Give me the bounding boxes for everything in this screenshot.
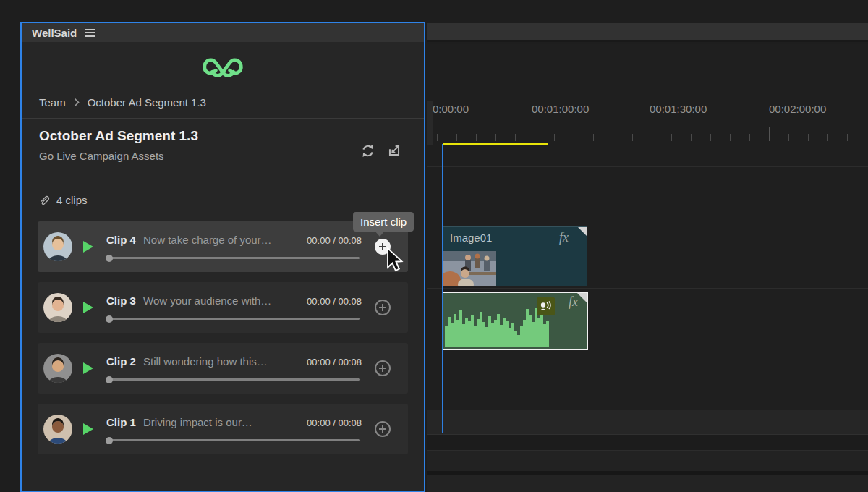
play-icon[interactable]	[83, 362, 93, 374]
timeline-track-row	[427, 435, 868, 451]
avatar	[43, 415, 72, 444]
ruler-tick	[437, 134, 438, 141]
timeline-track-row	[427, 145, 868, 167]
ruler-tick	[593, 134, 594, 141]
project-subtitle: Go Live Campaign Assets	[39, 150, 164, 162]
ruler-label: 00:02:00:00	[769, 103, 826, 115]
fold-corner	[578, 227, 587, 237]
clip-name: Clip 1	[106, 416, 136, 428]
ruler-tick	[730, 134, 731, 141]
clip-row[interactable]: Clip 1 Driving impact is our… 00:00 / 00…	[38, 404, 408, 454]
fold-corner	[577, 293, 587, 302]
progress-handle[interactable]	[106, 315, 113, 323]
progress-handle[interactable]	[106, 376, 113, 383]
chevron-right-icon	[74, 98, 80, 107]
progress-handle[interactable]	[106, 255, 113, 262]
clips-count-row: 4 clips	[39, 194, 88, 206]
clip-snippet: Now take charge of your…	[143, 234, 272, 246]
ruler-tick	[495, 134, 496, 141]
play-icon[interactable]	[83, 302, 93, 313]
speech-icon	[540, 301, 552, 312]
time-ruler-labels: 0:00:0000:01:00:0000:01:30:0000:02:00:00	[427, 103, 868, 117]
ruler-tick	[554, 134, 555, 141]
ruler-tick	[769, 127, 770, 141]
clip-time: 00:00 / 00:08	[307, 357, 362, 368]
breadcrumb: Team October Ad Segment 1.3	[39, 96, 206, 109]
project-title: October Ad Segment 1.3	[39, 128, 198, 144]
clip-name: Clip 4	[106, 234, 136, 246]
wellsaid-logo	[22, 55, 424, 79]
ruler-tick	[710, 134, 711, 141]
breadcrumb-current: October Ad Segment 1.3	[88, 96, 206, 109]
insert-clip-button[interactable]	[375, 360, 391, 376]
progress-slider[interactable]	[106, 378, 360, 381]
speech-badge	[537, 297, 555, 315]
panel-tab[interactable]: WellSaid	[22, 23, 424, 42]
waveform-bar	[546, 321, 549, 347]
progress-slider[interactable]	[106, 439, 360, 441]
ruler-tick	[535, 127, 535, 141]
progress-slider[interactable]	[106, 318, 360, 320]
insert-clip-button[interactable]	[375, 421, 391, 437]
clip-snippet: Wow your audience with…	[143, 294, 271, 307]
avatar	[43, 232, 72, 261]
ruler-tick	[574, 134, 574, 141]
clip-name: Clip 3	[106, 294, 136, 307]
ruler-tick	[827, 134, 828, 141]
breadcrumb-team[interactable]: Team	[39, 96, 66, 109]
clip-time: 00:00 / 00:08	[307, 417, 362, 428]
timeline-track-row	[427, 410, 868, 435]
video-clip-thumbnail	[443, 251, 496, 286]
timeline-audio-clip[interactable]: fx	[442, 292, 588, 350]
ruler-label: 0:00:00	[433, 103, 469, 115]
playhead[interactable]	[442, 144, 443, 433]
clip-time: 00:00 / 00:08	[307, 296, 362, 307]
panel-title: WellSaid	[32, 27, 77, 39]
refresh-button[interactable]	[359, 142, 376, 159]
clip-list: Clip 4 Now take charge of your… 00:00 / …	[38, 221, 408, 465]
host-top-bar	[427, 23, 868, 42]
ruler-label: 00:01:00:00	[532, 103, 589, 115]
ruler-tick	[632, 134, 633, 141]
timeline-track-row	[427, 451, 868, 471]
wellsaid-panel: WellSaid Team October Ad Segment 1.3 Oct…	[20, 22, 425, 492]
ruler-tick	[652, 127, 652, 141]
ruler-tick	[456, 134, 457, 141]
clips-count-label: 4 clips	[56, 194, 88, 206]
ruler-tick	[847, 134, 848, 141]
video-clip-label: Image01	[450, 232, 492, 244]
clip-row[interactable]: Clip 2 Still wondering how this… 00:00 /…	[38, 343, 408, 394]
clip-snippet: Driving impact is our…	[143, 416, 252, 428]
work-area-bar	[443, 143, 548, 145]
clip-snippet: Still wondering how this…	[143, 355, 268, 368]
ruler-tick	[613, 134, 613, 141]
progress-handle[interactable]	[106, 437, 113, 444]
ruler-tick	[788, 134, 789, 141]
ruler-tick	[749, 134, 750, 141]
hamburger-menu-icon[interactable]	[85, 29, 95, 37]
timeline-panel: 0:00:0000:01:00:0000:01:30:0000:02:00:00…	[427, 44, 868, 492]
timeline-video-clip[interactable]: Image01 fx	[443, 226, 587, 286]
time-ruler[interactable]	[427, 122, 868, 142]
open-external-icon	[386, 143, 402, 158]
timeline-track-row	[427, 475, 868, 492]
screen: 0:00:0000:01:00:0000:01:30:0000:02:00:00…	[0, 0, 868, 492]
ruler-tick	[671, 134, 672, 141]
insert-clip-button[interactable]	[375, 300, 391, 315]
paperclip-icon	[39, 195, 51, 206]
refresh-icon	[360, 143, 375, 158]
clip-row[interactable]: Clip 3 Wow your audience with… 00:00 / 0…	[38, 282, 408, 333]
avatar	[43, 354, 72, 383]
tooltip-arrow	[375, 231, 385, 237]
ruler-tick	[515, 134, 516, 141]
clip-name: Clip 2	[106, 355, 136, 368]
progress-slider[interactable]	[106, 257, 360, 259]
clip-time: 00:00 / 00:08	[307, 235, 362, 246]
play-icon[interactable]	[83, 241, 93, 253]
insert-clip-tooltip: Insert clip	[353, 212, 414, 232]
divider	[22, 118, 424, 119]
play-icon[interactable]	[83, 423, 93, 435]
avatar	[43, 293, 72, 322]
ruler-tick	[476, 134, 477, 141]
open-external-button[interactable]	[386, 142, 403, 159]
